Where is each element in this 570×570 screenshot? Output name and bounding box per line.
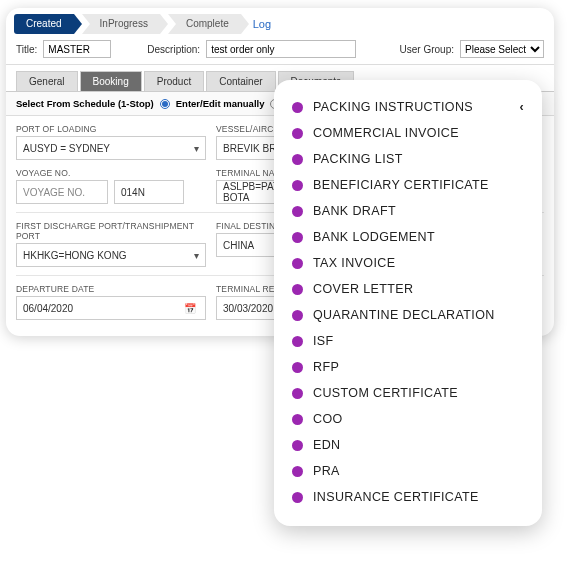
input-departure-date[interactable]: 06/04/2020 📅 [16, 296, 206, 320]
bullet-icon [292, 258, 303, 269]
chevron-down-icon: ▾ [194, 250, 199, 261]
doc-item-bank-draft[interactable]: BANK DRAFT [290, 198, 526, 224]
bullet-icon [292, 388, 303, 399]
doc-item-packing-list[interactable]: PACKING LIST [290, 146, 526, 172]
documents-panel: PACKING INSTRUCTIONS ‹ COMMERCIAL INVOIC… [274, 80, 542, 526]
doc-label: COVER LETTER [313, 282, 413, 296]
bullet-icon [292, 284, 303, 295]
schedule-select-label: Select From Schedule (1-Stop) [16, 98, 154, 109]
doc-label: PACKING INSTRUCTIONS [313, 100, 473, 114]
usergroup-select[interactable]: Please Select [460, 40, 544, 58]
bullet-icon [292, 310, 303, 321]
doc-item-edn[interactable]: EDN [290, 432, 526, 458]
doc-label: BANK LODGEMENT [313, 230, 435, 244]
tab-booking[interactable]: Booking [80, 71, 142, 91]
doc-label: COMMERCIAL INVOICE [313, 126, 459, 140]
label-voyage: VOYAGE NO. [16, 168, 206, 178]
bullet-icon [292, 232, 303, 243]
input-voyage-no[interactable]: VOYAGE NO. [16, 180, 108, 204]
doc-item-insurance-certificate[interactable]: INSURANCE CERTIFICATE [290, 484, 526, 510]
bullet-icon [292, 102, 303, 113]
bullet-icon [292, 180, 303, 191]
label-first-discharge: FIRST DISCHARGE PORT/TRANSHIPMENT PORT [16, 221, 206, 241]
chevron-left-icon: ‹ [519, 100, 524, 114]
doc-label: PACKING LIST [313, 152, 403, 166]
title-input[interactable] [43, 40, 111, 58]
tab-product[interactable]: Product [144, 71, 204, 91]
radio-schedule[interactable] [160, 99, 170, 109]
chevron-down-icon: ▾ [194, 143, 199, 154]
label-port-loading: PORT OF LOADING [16, 124, 206, 134]
doc-label: RFP [313, 360, 339, 374]
doc-item-custom-certificate[interactable]: CUSTOM CERTIFICATE [290, 380, 526, 406]
status-inprogress[interactable]: InProgress [82, 14, 160, 34]
title-label: Title: [16, 44, 37, 55]
doc-label: QUARANTINE DECLARATION [313, 308, 495, 322]
select-port-loading[interactable]: AUSYD = SYDNEY ▾ [16, 136, 206, 160]
doc-item-pra[interactable]: PRA [290, 458, 526, 484]
placeholder-voyage: VOYAGE NO. [23, 187, 85, 198]
value-first-discharge: HKHKG=HONG KONG [23, 250, 127, 261]
calendar-icon: 📅 [181, 303, 199, 314]
doc-item-quarantine-declaration[interactable]: QUARANTINE DECLARATION [290, 302, 526, 328]
select-first-discharge[interactable]: HKHKG=HONG KONG ▾ [16, 243, 206, 267]
doc-item-coo[interactable]: COO [290, 406, 526, 432]
doc-label: ISF [313, 334, 334, 348]
value-port-loading: AUSYD = SYDNEY [23, 143, 110, 154]
doc-item-tax-invoice[interactable]: TAX INVOICE [290, 250, 526, 276]
input-voyage-val[interactable]: 014N [114, 180, 184, 204]
doc-label: COO [313, 412, 343, 426]
value-final-dest: CHINA [223, 240, 254, 251]
doc-item-rfp[interactable]: RFP [290, 354, 526, 380]
doc-item-bank-lodgement[interactable]: BANK LODGEMENT [290, 224, 526, 250]
bullet-icon [292, 206, 303, 217]
doc-label: CUSTOM CERTIFICATE [313, 386, 458, 400]
status-created[interactable]: Created [14, 14, 74, 34]
doc-label: BANK DRAFT [313, 204, 396, 218]
desc-label: Description: [147, 44, 200, 55]
doc-label: TAX INVOICE [313, 256, 395, 270]
bullet-icon [292, 414, 303, 425]
doc-label: EDN [313, 438, 341, 452]
usergroup-label: User Group: [400, 44, 454, 55]
meta-row: Title: Description: User Group: Please S… [6, 38, 554, 65]
doc-item-beneficiary-certificate[interactable]: BENEFICIARY CERTIFICATE [290, 172, 526, 198]
value-voyage: 014N [121, 187, 145, 198]
tab-container[interactable]: Container [206, 71, 275, 91]
doc-item-cover-letter[interactable]: COVER LETTER [290, 276, 526, 302]
doc-item-commercial-invoice[interactable]: COMMERCIAL INVOICE [290, 120, 526, 146]
bullet-icon [292, 154, 303, 165]
bullet-icon [292, 128, 303, 139]
log-link[interactable]: Log [253, 18, 271, 30]
doc-label: BENEFICIARY CERTIFICATE [313, 178, 489, 192]
bullet-icon [292, 440, 303, 451]
tab-general[interactable]: General [16, 71, 78, 91]
value-departure: 06/04/2020 [23, 303, 73, 314]
label-departure: DEPARTURE DATE [16, 284, 206, 294]
status-complete[interactable]: Complete [168, 14, 241, 34]
bullet-icon [292, 362, 303, 373]
doc-item-packing-instructions[interactable]: PACKING INSTRUCTIONS ‹ [290, 94, 526, 120]
status-row: Created InProgress Complete Log [6, 8, 554, 38]
manual-label: Enter/Edit manually [176, 98, 265, 109]
bullet-icon [292, 466, 303, 477]
description-input[interactable] [206, 40, 356, 58]
bullet-icon [292, 492, 303, 503]
doc-label: PRA [313, 464, 340, 478]
doc-item-isf[interactable]: ISF [290, 328, 526, 354]
bullet-icon [292, 336, 303, 347]
doc-label: INSURANCE CERTIFICATE [313, 490, 479, 504]
